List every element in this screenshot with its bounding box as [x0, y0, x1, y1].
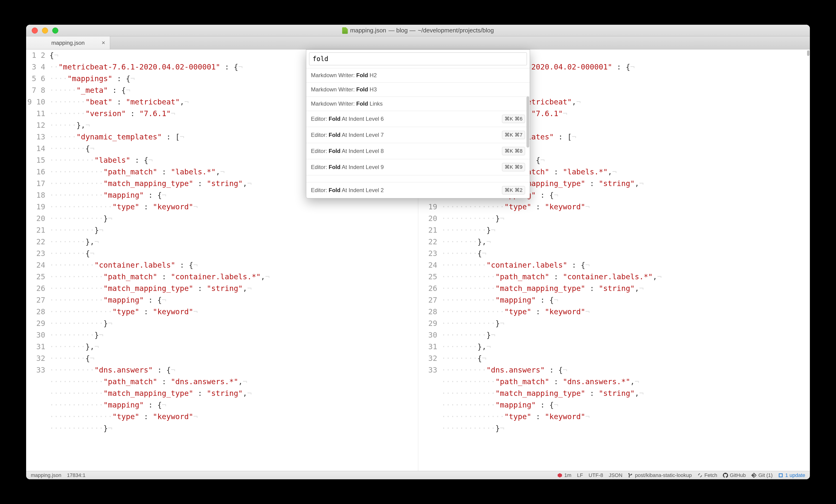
title-file: mapping.json — [350, 27, 386, 34]
scrollbar[interactable] — [807, 50, 810, 56]
editor-window: mapping.json — blog — ~/development/proj… — [26, 25, 810, 479]
json-file-icon — [342, 27, 348, 34]
keyboard-shortcut: ⌘K ⌘8 — [502, 147, 525, 155]
titlebar: mapping.json — blog — ~/development/proj… — [26, 25, 810, 36]
close-icon[interactable]: × — [102, 39, 105, 46]
package-icon — [778, 473, 783, 478]
git-branch-icon — [628, 473, 633, 478]
command-palette-item[interactable]: Markdown Writer: Fold Links — [306, 97, 530, 111]
stop-icon — [557, 473, 563, 478]
close-icon[interactable] — [32, 27, 38, 34]
command-palette-item[interactable]: Editor: Fold At Indent Level 8⌘K ⌘8 — [306, 143, 530, 159]
tab-mapping-json[interactable]: mapping.json × — [26, 36, 110, 49]
command-palette-input[interactable] — [309, 53, 527, 65]
command-palette: Markdown Writer: Fold H2Markdown Writer:… — [306, 50, 530, 198]
command-label: Editor: Fold At Indent Level 2 — [311, 187, 384, 193]
status-update[interactable]: 1 update — [778, 472, 805, 478]
command-label: Editor: Fold At Indent Level 8 — [311, 148, 384, 154]
scrollbar[interactable] — [527, 96, 529, 148]
traffic-lights — [26, 27, 58, 34]
statusbar: mapping.json 17834:1 1m LF UTF-8 JSON po… — [26, 471, 810, 479]
keyboard-shortcut: ⌘K ⌘2 — [502, 186, 525, 194]
command-label: Editor: Fold At Indent Level 6 — [311, 116, 384, 122]
status-github[interactable]: GitHub — [723, 472, 746, 478]
command-palette-list: Markdown Writer: Fold H2Markdown Writer:… — [306, 68, 530, 198]
status-file[interactable]: mapping.json — [31, 472, 61, 478]
command-palette-item[interactable]: Editor: Fold At Indent Level 6⌘K ⌘6 — [306, 111, 530, 127]
status-branch[interactable]: post/kibana-static-lookup — [628, 472, 691, 478]
keyboard-shortcut: ⌘K ⌘7 — [502, 131, 525, 139]
status-fetch[interactable]: Fetch — [698, 472, 717, 478]
status-encoding[interactable]: UTF-8 — [589, 472, 603, 478]
tabbar: mapping.json × — [26, 36, 810, 50]
title-path: ~/development/projects/blog — [418, 27, 494, 34]
status-eol[interactable]: LF — [577, 472, 583, 478]
command-label: Markdown Writer: Fold Links — [311, 100, 383, 107]
command-palette-item[interactable]: Editor: Fold At Indent Level 7⌘K ⌘7 — [306, 127, 530, 143]
window-title: mapping.json — blog — ~/development/proj… — [342, 27, 494, 34]
status-language[interactable]: JSON — [609, 472, 623, 478]
palette-separator — [306, 175, 530, 182]
git-icon — [751, 473, 757, 478]
command-palette-item[interactable]: Editor: Fold At Indent Level 2⌘K ⌘2 — [306, 182, 530, 198]
command-palette-item[interactable]: Markdown Writer: Fold H2 — [306, 68, 530, 82]
command-palette-item[interactable]: Editor: Fold At Indent Level 9⌘K ⌘9 — [306, 159, 530, 175]
status-diagnostics[interactable]: 1m — [557, 472, 571, 478]
command-label: Editor: Fold At Indent Level 9 — [311, 164, 384, 170]
command-palette-item[interactable]: Markdown Writer: Fold H3 — [306, 82, 530, 97]
status-git[interactable]: Git (1) — [751, 472, 773, 478]
title-project: — blog — — [388, 27, 416, 34]
keyboard-shortcut: ⌘K ⌘9 — [502, 163, 525, 171]
status-cursor[interactable]: 17834:1 — [67, 472, 86, 478]
tab-label: mapping.json — [51, 40, 85, 46]
command-label: Markdown Writer: Fold H3 — [311, 86, 377, 93]
command-label: Markdown Writer: Fold H2 — [311, 72, 377, 79]
github-icon — [723, 473, 728, 478]
line-gutter: 1 2 3 4 5 6 7 8 9 10 11 12 13 14 15 16 1… — [26, 50, 50, 471]
zoom-icon[interactable] — [52, 27, 58, 34]
sync-icon — [698, 473, 703, 478]
command-label: Editor: Fold At Indent Level 7 — [311, 132, 384, 138]
keyboard-shortcut: ⌘K ⌘6 — [502, 115, 525, 123]
minimize-icon[interactable] — [42, 27, 48, 34]
